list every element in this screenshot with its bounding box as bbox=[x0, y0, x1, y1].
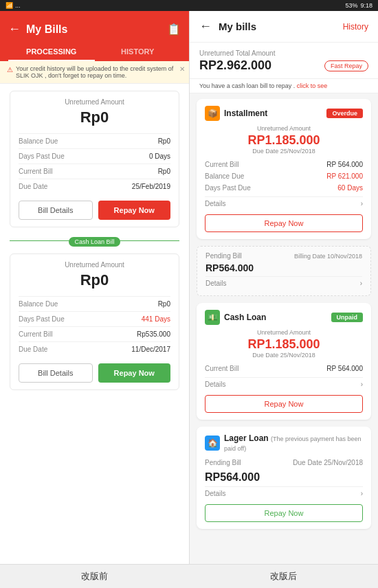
after-label: 改版后 bbox=[189, 565, 378, 588]
right-installment-header: 📦 Installment Overdue bbox=[205, 106, 363, 121]
rcl-current-row: Current Bill RP 564.000 bbox=[205, 363, 363, 374]
status-bar: 📶 ... 53% 9:18 bbox=[0, 0, 378, 11]
right-cl-details-label: Details bbox=[205, 381, 226, 388]
lager-pending-label: Pending Bill bbox=[205, 459, 241, 466]
right-lager-header: 🏠 Lager Loan (The previous payment has b… bbox=[205, 433, 363, 453]
cl-days-value: 441 Days bbox=[142, 315, 170, 323]
signal-dots: ... bbox=[15, 2, 21, 9]
right-lager-chevron-icon: › bbox=[361, 490, 363, 497]
cash-loan-days-row: Days Past Due 441 Days bbox=[19, 311, 170, 326]
pending-bill-card: Pending Bill Billing Date 10/Nov/2018 RP… bbox=[197, 246, 371, 296]
history-button[interactable]: History bbox=[343, 22, 368, 32]
right-notice-link[interactable]: click to see bbox=[297, 82, 328, 89]
installment-details-button[interactable]: Bill Details bbox=[19, 201, 93, 220]
right-notice: You have a cash loan bill to repay . cli… bbox=[190, 79, 378, 93]
summary-row: RP2.962.000 Fast Repay bbox=[199, 58, 368, 73]
cash-loan-divider: Cash Loan Bill bbox=[10, 234, 179, 247]
right-installment-details-chevron: › bbox=[361, 200, 363, 207]
right-installment-details-row[interactable]: Details › bbox=[205, 196, 363, 210]
left-header: ← My Bills 📋 PROCESSING HISTORY bbox=[0, 11, 189, 61]
ri-days-label: Days Past Due bbox=[205, 184, 251, 192]
right-installment-unreturned-label: Unreturned Amount bbox=[205, 125, 363, 132]
right-cl-repay-button[interactable]: Repay Now bbox=[205, 395, 363, 413]
right-lager-details-row[interactable]: Details › bbox=[205, 486, 363, 500]
cash-loan-unreturned-label: Unreturned Amount bbox=[19, 261, 170, 269]
left-content: Unreturned Amount Rp0 Balance Due Rp0 Da… bbox=[0, 84, 189, 397]
pending-details-row[interactable]: Details › bbox=[205, 276, 362, 290]
right-installment-amount: RP1.185.000 bbox=[205, 133, 363, 148]
cash-loan-card-title: Cash Loan bbox=[224, 313, 331, 322]
right-lager-repay-button[interactable]: Repay Now bbox=[205, 504, 363, 522]
cash-loan-balance-row: Balance Due Rp0 bbox=[19, 296, 170, 311]
balance-due-value: Rp0 bbox=[158, 137, 170, 145]
right-installment-repay-button[interactable]: Repay Now bbox=[205, 214, 363, 232]
rcl-current-value: RP 564.000 bbox=[326, 365, 363, 372]
left-header-icon: 📋 bbox=[167, 23, 181, 36]
current-bill-label: Current Bill bbox=[19, 168, 52, 175]
right-panel: ← My bills History Unreturned Total Amou… bbox=[189, 11, 378, 564]
installment-status-badge: Overdue bbox=[326, 109, 363, 118]
installment-unreturned-label: Unreturned Amount bbox=[19, 98, 170, 106]
before-label: 改版前 bbox=[0, 565, 189, 588]
cash-loan-card-icon: 💵 bbox=[205, 310, 220, 325]
left-notice: ⚠ Your credit history will be uploaded t… bbox=[0, 61, 189, 84]
cash-loan-card: Unreturned Amount Rp0 Balance Due Rp0 Da… bbox=[10, 253, 179, 390]
cl-current-value: Rp535.000 bbox=[137, 330, 170, 338]
pending-bill-label: Pending Bill bbox=[205, 252, 242, 260]
installment-card: Unreturned Amount Rp0 Balance Due Rp0 Da… bbox=[10, 91, 179, 227]
left-back-button[interactable]: ← bbox=[8, 22, 21, 36]
right-header: ← My bills History bbox=[190, 11, 378, 43]
pending-amount: RP564.000 bbox=[205, 262, 362, 273]
lager-title-text: Lager Loan bbox=[224, 433, 269, 443]
cash-loan-amount: Rp0 bbox=[19, 271, 170, 289]
right-installment-duedate: Due Date 25/Nov/2018 bbox=[205, 148, 363, 155]
wifi-icon: 📶 bbox=[5, 2, 13, 9]
installment-days-row: Days Past Due 0 Days bbox=[19, 148, 170, 163]
pending-details-label: Details bbox=[205, 280, 227, 287]
lager-duedate-text: Due Date 25/Nov/2018 bbox=[293, 459, 363, 466]
cash-loan-duedate-row: Due Date 11/Dec/2017 bbox=[19, 341, 170, 357]
right-installment-card: 📦 Installment Overdue Unreturned Amount … bbox=[197, 99, 371, 239]
right-lager-loan-card: 🏠 Lager Loan (The previous payment has b… bbox=[197, 427, 371, 529]
days-past-label: Days Past Due bbox=[19, 152, 65, 160]
right-back-button[interactable]: ← bbox=[199, 19, 212, 34]
due-date-label: Due Date bbox=[19, 183, 47, 190]
pending-card-header: Pending Bill Billing Date 10/Nov/2018 bbox=[205, 252, 362, 260]
installment-card-icon: 📦 bbox=[205, 106, 220, 121]
tab-history[interactable]: HISTORY bbox=[95, 42, 181, 61]
balance-due-label: Balance Due bbox=[19, 137, 58, 145]
right-cash-loan-card: 💵 Cash Loan Unpaid Unreturned Amount RP1… bbox=[197, 303, 371, 420]
right-summary: Unreturned Total Amount RP2.962.000 Fast… bbox=[190, 43, 378, 79]
installment-repay-button[interactable]: Repay Now bbox=[98, 201, 171, 220]
right-cl-chevron-icon: › bbox=[361, 381, 363, 388]
installment-amount: Rp0 bbox=[19, 109, 170, 126]
right-cl-duedate: Due Date 25/Nov/2018 bbox=[205, 352, 363, 359]
ri-balance-row: Balance Due RP 621.000 bbox=[205, 170, 363, 182]
ri-current-row: Current Bill RP 564.000 bbox=[205, 159, 363, 170]
installment-card-title: Installment bbox=[224, 109, 326, 118]
cash-loan-actions: Bill Details Repay Now bbox=[19, 363, 170, 383]
right-lager-details-label: Details bbox=[205, 490, 226, 497]
ri-current-label: Current Bill bbox=[205, 161, 238, 168]
installment-actions: Bill Details Repay Now bbox=[19, 201, 170, 220]
fast-repay-button[interactable]: Fast Repay bbox=[324, 60, 368, 71]
tab-processing[interactable]: PROCESSING bbox=[8, 42, 95, 61]
installment-duedate-row: Due Date 25/Feb/2019 bbox=[19, 179, 170, 194]
battery-text: 53% bbox=[345, 2, 357, 9]
installment-icon-emoji: 📦 bbox=[208, 109, 218, 118]
pending-billing-date: Billing Date 10/Nov/2018 bbox=[294, 253, 362, 260]
cash-loan-repay-button[interactable]: Repay Now bbox=[98, 363, 171, 383]
days-past-value: 0 Days bbox=[149, 152, 170, 160]
notice-close-button[interactable]: ✕ bbox=[179, 65, 185, 73]
right-cl-details-row[interactable]: Details › bbox=[205, 377, 363, 391]
summary-amount: RP2.962.000 bbox=[199, 58, 271, 73]
summary-label: Unreturned Total Amount bbox=[199, 49, 368, 57]
cash-loan-divider-label: Cash Loan Bill bbox=[69, 237, 120, 247]
left-tabs: PROCESSING HISTORY bbox=[8, 42, 181, 61]
rcl-current-label: Current Bill bbox=[205, 365, 238, 372]
ri-balance-value: RP 621.000 bbox=[326, 172, 363, 180]
right-cl-amount: RP1.185.000 bbox=[205, 337, 363, 352]
left-panel: ← My Bills 📋 PROCESSING HISTORY ⚠ Your c… bbox=[0, 11, 189, 564]
cash-loan-details-button[interactable]: Bill Details bbox=[19, 363, 93, 383]
ri-days-row: Days Past Due 60 Days bbox=[205, 182, 363, 194]
